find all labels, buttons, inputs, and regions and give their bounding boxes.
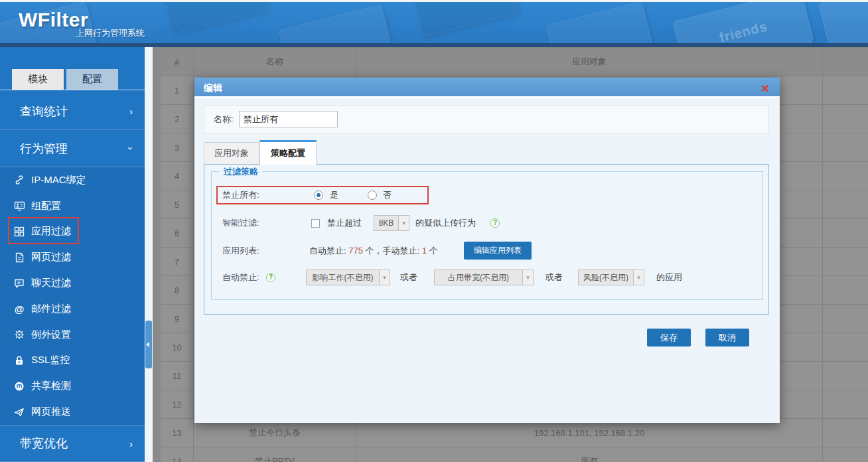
wfilter-app: friends WFilter 上网行为管理系统 模块 配置 查询统计 › 行为… — [0, 0, 868, 462]
group-icon — [13, 200, 25, 212]
share-detect-icon — [13, 380, 25, 392]
upload-size-select[interactable]: 8KB ▾ — [374, 215, 409, 231]
sidebar-collapse-strip — [145, 47, 153, 462]
or-text: 或者 — [400, 268, 417, 287]
ban-all-yes-radio[interactable] — [314, 191, 323, 200]
sidebar-item-group-config[interactable]: 组配置 — [0, 193, 145, 219]
manual-ban-prefix: 手动禁止: — [383, 246, 420, 256]
edit-dialog: 编辑 × 名称: 应用对象 策略配置 过滤策略 禁止所有: 是 否 — [194, 78, 780, 423]
name-row-panel: 名称: — [204, 105, 769, 133]
help-icon[interactable]: ? — [266, 273, 275, 282]
sidebar-tab-label: 配置 — [82, 73, 102, 86]
sidebar-section-behavior-mgmt[interactable]: 行为管理 › — [0, 130, 145, 167]
keyboard-key-decor — [163, 2, 269, 35]
sidebar-item-web-filter[interactable]: 网页过滤 — [0, 244, 145, 270]
ban-all-row: 禁止所有: 是 否 — [212, 186, 762, 204]
sidebar-item-label: 例外设置 — [31, 329, 71, 341]
manual-ban-suffix: 个 — [429, 246, 438, 256]
lock-icon — [13, 354, 25, 366]
app-list-counts: 自动禁止: 775 个，手动禁止: 1 个 — [309, 242, 438, 260]
keyboard-key-label: friends — [672, 2, 814, 43]
auto-ban-prefix: 自动禁止: — [309, 246, 346, 256]
sidebar-item-label: 网页推送 — [31, 406, 71, 418]
smart-filter-text-before: 禁止超过 — [327, 214, 362, 232]
sidebar-item-ip-mac-binding[interactable]: IP-MAC绑定 — [0, 167, 145, 193]
sidebar-submenu: IP-MAC绑定 组配置 应用过滤 网页过滤 — [0, 167, 145, 425]
or-text: 或者 — [545, 268, 563, 287]
tab-label: 策略配置 — [271, 147, 305, 159]
section-label: 行为管理 — [20, 141, 129, 157]
sidebar-item-label: SSL监控 — [31, 354, 70, 366]
mail-at-icon: @ — [13, 303, 25, 315]
smart-filter-checkbox[interactable] — [311, 219, 320, 228]
smart-filter-label: 智能过滤: — [222, 214, 259, 232]
sidebar-item-mail-filter[interactable]: @ 邮件过滤 — [0, 296, 145, 322]
app-list-row: 应用列表: 自动禁止: 775 个，手动禁止: 1 个 编辑应用列表 — [212, 242, 762, 260]
chat-icon — [13, 277, 25, 289]
tab-policy-config[interactable]: 策略配置 — [259, 140, 317, 165]
app-list-label: 应用列表: — [222, 242, 259, 260]
sidebar-collapse-handle[interactable] — [145, 321, 152, 368]
chevron-right-icon: › — [129, 106, 133, 117]
link-icon — [13, 174, 25, 186]
sidebar-section-bandwidth-opt[interactable]: 带宽优化 › — [0, 425, 145, 462]
upload-size-value: 8KB — [374, 216, 398, 230]
webpage-icon — [13, 252, 25, 264]
auto-ban-risk-value: 风险(不启用) — [579, 270, 633, 285]
sidebar-item-web-push[interactable]: 网页推送 — [0, 399, 145, 425]
auto-ban-work-value: 影响工作(不启用) — [307, 270, 379, 285]
sidebar-item-label: 应用过滤 — [31, 225, 71, 238]
app-subtitle: 上网行为管理系统 — [76, 27, 145, 39]
keyboard-key-friends: friends — [672, 2, 814, 43]
auto-ban-row: 自动禁止: ? 影响工作(不启用) ▾ 或者 占用带宽(不启用) ▾ 或者 风险… — [212, 268, 762, 287]
policy-config-panel: 过滤策略 禁止所有: 是 否 智能过滤: 禁止超过 8KB — [204, 164, 769, 315]
manual-ban-count: 1 — [422, 246, 427, 256]
sidebar-item-label: IP-MAC绑定 — [31, 174, 86, 187]
ban-all-no-radio[interactable] — [368, 191, 377, 200]
save-button[interactable]: 保存 — [647, 329, 691, 346]
chevron-down-icon: ▾ — [522, 270, 533, 285]
auto-ban-bandwidth-value: 占用带宽(不启用) — [435, 270, 522, 285]
sidebar-item-share-detect[interactable]: 共享检测 — [0, 373, 145, 399]
fieldset-legend: 过滤策略 — [220, 166, 262, 178]
chevron-down-icon: ▾ — [633, 270, 644, 285]
sidebar-item-label: 组配置 — [31, 200, 61, 212]
auto-ban-suffix: 个， — [366, 246, 383, 256]
smart-filter-row: 智能过滤: 禁止超过 8KB ▾ 的疑似上传行为 ? — [212, 214, 762, 232]
name-label: 名称: — [214, 106, 234, 133]
tab-apply-targets[interactable]: 应用对象 — [204, 142, 259, 165]
auto-ban-select-risk[interactable]: 风险(不启用) ▾ — [578, 270, 644, 285]
gear-icon — [13, 329, 25, 341]
sidebar-section-query-stats[interactable]: 查询统计 › — [0, 93, 145, 130]
dialog-title: 编辑 — [204, 78, 222, 98]
sidebar-tab-bar: 模块 配置 — [12, 69, 118, 90]
auto-ban-select-work[interactable]: 影响工作(不启用) ▾ — [306, 270, 390, 285]
sidebar-tab-modules[interactable]: 模块 — [12, 69, 64, 90]
sidebar-item-chat-filter[interactable]: 聊天过滤 — [0, 270, 145, 296]
chevron-right-icon: › — [129, 438, 133, 449]
edit-app-list-button[interactable]: 编辑应用列表 — [464, 242, 532, 260]
smart-filter-text-after: 的疑似上传行为 — [415, 214, 476, 232]
sidebar-item-exception-settings[interactable]: 例外设置 — [0, 322, 145, 348]
sidebar-tab-underline — [0, 90, 145, 90]
chevron-down-icon: › — [125, 147, 137, 150]
sidebar-item-ssl-monitor[interactable]: SSL监控 — [0, 348, 145, 374]
sidebar-item-label: 聊天过滤 — [31, 277, 71, 289]
ban-all-label: 禁止所有: — [222, 186, 259, 204]
section-label: 带宽优化 — [20, 435, 129, 451]
close-icon[interactable]: × — [761, 78, 769, 98]
auto-ban-label: 自动禁止: — [222, 268, 259, 287]
chevron-down-icon: ▾ — [398, 216, 409, 230]
name-input[interactable] — [239, 111, 338, 127]
auto-ban-count: 775 — [348, 246, 363, 256]
help-icon[interactable]: ? — [490, 218, 500, 228]
ban-all-yes-label[interactable]: 是 — [330, 186, 338, 204]
auto-ban-select-bandwidth[interactable]: 占用带宽(不启用) ▾ — [434, 270, 534, 285]
cancel-button[interactable]: 取消 — [705, 329, 749, 346]
ban-all-no-label[interactable]: 否 — [383, 186, 392, 204]
sidebar-tab-config[interactable]: 配置 — [66, 69, 118, 90]
dialog-header[interactable]: 编辑 × — [194, 78, 780, 98]
sidebar-item-app-filter[interactable]: 应用过滤 — [0, 219, 145, 245]
keyboard-key-decor — [278, 5, 392, 43]
sidebar-item-label: 邮件过滤 — [31, 303, 71, 315]
